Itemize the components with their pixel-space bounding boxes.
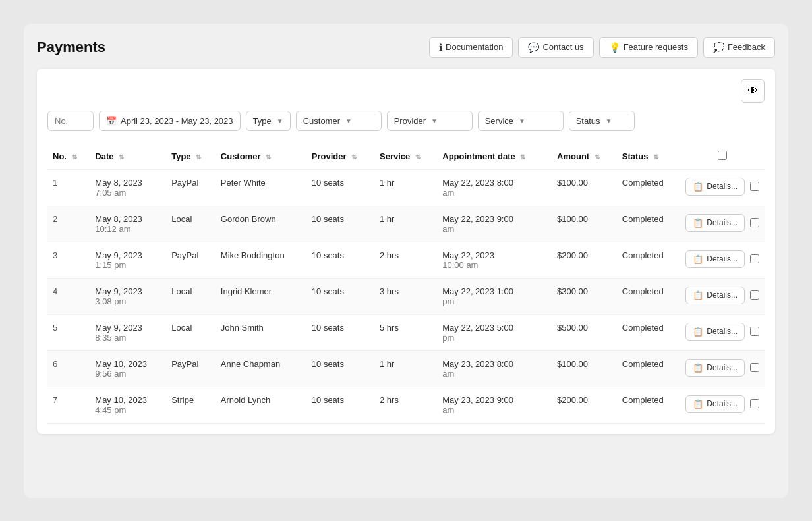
details-icon: 📋 — [693, 327, 703, 337]
select-all-checkbox[interactable] — [718, 151, 727, 160]
cell-provider: 10 seats — [306, 387, 374, 423]
details-icon: 📋 — [693, 290, 703, 300]
details-button[interactable]: 📋 Details... — [685, 287, 745, 304]
cell-customer: John Smith — [216, 314, 306, 350]
cell-actions: 📋 Details... — [680, 169, 765, 206]
service-filter-arrow: ▼ — [519, 117, 525, 124]
col-provider: Provider ⇅ — [306, 144, 374, 169]
table-row: 3 May 9, 20231:15 pm PayPal Mike Bodding… — [47, 242, 765, 278]
col-no: No. ⇅ — [47, 144, 90, 169]
cell-service: 2 hrs — [374, 242, 437, 278]
row-checkbox[interactable] — [750, 363, 759, 372]
cell-amount: $300.00 — [552, 278, 617, 314]
col-status: Status ⇅ — [617, 144, 681, 169]
contact-us-button[interactable]: 💬 Contact us — [518, 37, 593, 58]
row-checkbox[interactable] — [750, 290, 759, 300]
cell-service: 1 hr — [374, 169, 437, 206]
cell-provider: 10 seats — [306, 169, 374, 206]
cell-type: Stripe — [166, 387, 216, 423]
cell-type: PayPal — [166, 242, 216, 278]
customer-filter-arrow: ▼ — [345, 117, 352, 124]
cell-status: Completed — [617, 314, 681, 350]
cell-date: May 9, 20233:08 pm — [90, 278, 166, 314]
details-button[interactable]: 📋 Details... — [685, 178, 745, 196]
visibility-toggle-button[interactable]: 👁 — [741, 79, 765, 103]
cell-customer: Mike Boddington — [216, 242, 306, 278]
contact-icon: 💬 — [528, 42, 539, 53]
type-filter[interactable]: Type ▼ — [246, 111, 291, 131]
details-button[interactable]: 📋 Details... — [685, 323, 745, 341]
details-icon: 📋 — [693, 218, 703, 228]
details-label: Details... — [707, 182, 738, 191]
feature-icon: 💡 — [609, 42, 620, 53]
details-label: Details... — [707, 363, 738, 372]
service-filter[interactable]: Service ▼ — [478, 111, 564, 131]
details-button[interactable]: 📋 Details... — [685, 395, 745, 413]
details-button[interactable]: 📋 Details... — [685, 250, 745, 268]
row-checkbox[interactable] — [750, 182, 759, 191]
feedback-icon: 💭 — [713, 42, 724, 53]
header-actions: ℹ Documentation 💬 Contact us 💡 Feature r… — [429, 37, 775, 58]
col-amount: Amount ⇅ — [552, 144, 617, 169]
col-select-all — [680, 144, 765, 169]
cell-no: 1 — [47, 169, 90, 206]
feature-label: Feature requests — [624, 42, 688, 52]
cell-appointment-date: May 23, 2023 8:00am — [437, 350, 552, 387]
cell-status: Completed — [617, 206, 681, 242]
details-button[interactable]: 📋 Details... — [685, 214, 745, 232]
cell-customer: Ingrid Klemer — [216, 278, 306, 314]
provider-sort-icon: ⇅ — [351, 153, 357, 161]
table-row: 5 May 9, 20238:35 am Local John Smith 10… — [47, 314, 765, 350]
col-type: Type ⇅ — [166, 144, 216, 169]
table-row: 7 May 10, 20234:45 pm Stripe Arnold Lync… — [47, 387, 765, 423]
cell-provider: 10 seats — [306, 350, 374, 387]
details-icon: 📋 — [693, 363, 703, 373]
appt-sort-icon: ⇅ — [520, 153, 525, 161]
type-sort-icon: ⇅ — [196, 153, 201, 161]
cell-date: May 8, 202310:12 am — [90, 206, 166, 242]
service-sort-icon: ⇅ — [415, 153, 420, 161]
cell-customer: Gordon Brown — [216, 206, 306, 242]
cell-no: 7 — [47, 387, 90, 423]
col-date: Date ⇅ — [90, 144, 166, 169]
status-sort-icon: ⇅ — [653, 153, 658, 161]
feedback-button[interactable]: 💭 Feedback — [703, 37, 775, 58]
date-sort-icon: ⇅ — [119, 153, 124, 161]
provider-filter[interactable]: Provider ▼ — [387, 111, 473, 131]
cell-amount: $200.00 — [552, 242, 617, 278]
customer-filter-label: Customer — [303, 116, 340, 126]
row-checkbox[interactable] — [750, 327, 759, 336]
status-filter[interactable]: Status ▼ — [569, 111, 635, 131]
row-checkbox[interactable] — [750, 399, 759, 408]
outer-container: Payments ℹ Documentation 💬 Contact us 💡 … — [24, 24, 788, 498]
cell-no: 3 — [47, 242, 90, 278]
details-button[interactable]: 📋 Details... — [685, 359, 745, 377]
no-filter-input[interactable] — [47, 111, 94, 131]
cell-appointment-date: May 22, 202310:00 am — [437, 242, 552, 278]
no-sort-icon: ⇅ — [72, 153, 77, 161]
feature-requests-button[interactable]: 💡 Feature requests — [599, 37, 698, 58]
service-filter-label: Service — [485, 116, 513, 126]
status-filter-arrow: ▼ — [606, 117, 612, 124]
row-checkbox[interactable] — [750, 218, 759, 227]
cell-status: Completed — [617, 169, 681, 206]
cell-actions: 📋 Details... — [680, 278, 765, 314]
cell-appointment-date: May 22, 2023 1:00pm — [437, 278, 552, 314]
provider-filter-label: Provider — [394, 116, 426, 126]
toolbar-top: 👁 — [47, 79, 765, 103]
cell-date: May 10, 20239:56 am — [90, 350, 166, 387]
cell-customer: Anne Chapman — [216, 350, 306, 387]
date-range-filter[interactable]: 📅 April 23, 2023 - May 23, 2023 — [99, 111, 241, 131]
cell-amount: $100.00 — [552, 206, 617, 242]
amount-sort-icon: ⇅ — [594, 153, 600, 161]
table-row: 2 May 8, 202310:12 am Local Gordon Brown… — [47, 206, 765, 242]
documentation-button[interactable]: ℹ Documentation — [429, 37, 513, 58]
cell-status: Completed — [617, 278, 681, 314]
type-filter-label: Type — [253, 116, 272, 126]
eye-icon: 👁 — [747, 85, 758, 97]
row-checkbox[interactable] — [750, 254, 759, 263]
customer-filter[interactable]: Customer ▼ — [296, 111, 382, 131]
cell-no: 4 — [47, 278, 90, 314]
date-range-label: April 23, 2023 - May 23, 2023 — [121, 116, 233, 126]
cell-no: 2 — [47, 206, 90, 242]
